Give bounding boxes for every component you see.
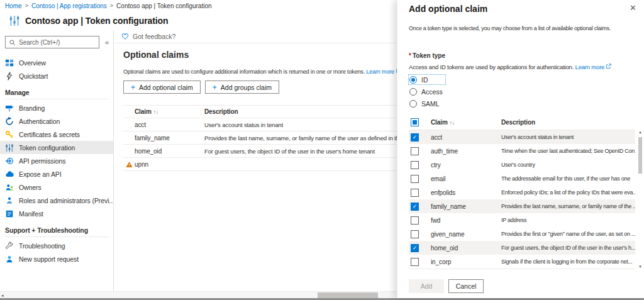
sort-icon: ↑↓ [153,109,158,115]
sidebar-item-authentication[interactable]: Authentication [0,114,113,128]
sidebar-item-overview[interactable]: Overview [0,56,113,69]
checkbox-unchecked[interactable] [411,189,419,197]
sidebar-item-owners[interactable]: Owners [0,181,113,194]
learn-more-link[interactable]: Learn more [575,64,605,70]
claim-row[interactable]: auth_time Time when the user last authen… [409,144,635,158]
radio-saml[interactable]: SAML [409,99,445,108]
branding-icon [5,104,14,113]
table-row[interactable]: family_name Provides the last name, surn… [123,131,397,145]
claim-cell: acct [135,121,204,128]
claim-column-header[interactable]: Claim↑↓ [135,108,204,115]
page-title: Contoso app | Token configuration [25,16,168,26]
api-permissions-icon [5,157,14,165]
claim-row[interactable]: family_name Provides the last name, surn… [409,199,635,213]
checkbox-checked[interactable] [411,133,419,142]
horizontal-scrollbar[interactable]: ◂ [0,291,397,298]
claim-cell: ctry [431,162,501,169]
claim-cell: family_name [431,203,501,210]
sidebar-section-support: Support + Troubleshooting [0,220,113,236]
claim-row[interactable]: email The addressable email for this use… [409,172,635,186]
checkbox-checked[interactable] [411,203,419,211]
button-label: Add groups claim [221,84,272,91]
scroll-down-arrow-icon[interactable]: ▼ [638,265,643,269]
azure-portal-screen: Home > Contoso | App registrations > Con… [0,0,644,300]
sidebar-item-api-permissions[interactable]: API permissions [0,154,113,167]
sidebar-section-manage: Manage [0,82,113,99]
panel-claims-table-header: Claim↑↓ Description [409,114,635,130]
checkbox-unchecked[interactable] [411,230,419,238]
add-optional-claim-button[interactable]: + Add optional claim [123,81,201,94]
sidebar-search-box [5,36,99,48]
radio-label: Access [421,88,443,96]
description-cell: For guest users, the object ID of the us… [501,245,635,251]
claim-row[interactable]: enfpolids Enforced policy IDs; a list of… [409,186,635,199]
sidebar-item-troubleshooting[interactable]: Troubleshooting [0,239,113,252]
panel-intro-text: Once a token type is selected, you may c… [409,25,635,31]
add-optional-claim-panel: Add optional claim ✕ Once a token type i… [397,0,644,298]
checkbox-unchecked[interactable] [411,258,419,266]
table-row[interactable]: home_oid For guest users, the object ID … [123,145,397,158]
panel-claims-list: acct User's account status in tenant aut… [409,130,635,269]
checkbox-unchecked[interactable] [411,161,419,169]
breadcrumb-app-registrations[interactable]: Contoso | App registrations [31,3,107,9]
claim-row[interactable]: given_name Provides the first or "given"… [409,227,635,241]
horizontal-scrollbar-thumb[interactable] [318,292,378,298]
titlebar: Contoso app | Token configuration [0,11,168,30]
sort-icon: ↑↓ [450,120,455,126]
search-icon [9,39,16,46]
optional-claims-description: Optional claims are used to configure ad… [123,68,397,75]
scroll-up-arrow-icon[interactable]: ▲ [638,130,643,134]
checkbox-checked[interactable] [411,244,419,252]
sidebar-item-label: Owners [19,184,42,191]
add-groups-claim-button[interactable]: + Add groups claim [205,81,279,94]
table-row[interactable]: upnn [123,158,397,171]
checkbox-unchecked[interactable] [411,216,419,225]
description-text: Optional claims are used to configure ad… [123,69,365,75]
claim-row[interactable]: fwd IP address [409,213,635,227]
divider [5,236,108,237]
sidebar-item-certificates-secrets[interactable]: Certificates & secrets [0,128,113,141]
table-row[interactable]: acct User's account status in tenant [123,118,397,131]
quickstart-icon [5,72,14,81]
learn-more-link[interactable]: Learn more [366,69,394,75]
radio-id[interactable]: ID [409,75,445,84]
sidebar-item-label: New support request [19,255,79,263]
claim-cell: given_name [431,231,501,238]
claim-column-header[interactable]: Claim↑↓ [431,119,501,126]
claim-row[interactable]: acct User's account status in tenant [409,130,635,144]
claims-table-header: Claim↑↓ Description [123,105,397,118]
sidebar-item-label: Quickstart [19,72,48,80]
sidebar-item-roles-administrators[interactable]: Roles and administrators (Previ... [0,194,113,207]
radio-access[interactable]: Access [409,87,445,96]
heart-icon [121,33,129,40]
radio-selected-icon [409,76,417,84]
claim-row[interactable]: ctry User's country [409,158,635,172]
select-all-checkbox[interactable] [411,118,419,126]
vertical-scrollbar-thumb[interactable] [638,137,642,174]
sidebar-item-quickstart[interactable]: Quickstart [0,69,113,82]
claim-row[interactable]: in_corp Signals if the client is logging… [409,255,635,269]
vertical-scrollbar[interactable]: ▲ ▼ [638,130,643,269]
sidebar-item-label: Troubleshooting [19,242,65,250]
sidebar-item-branding[interactable]: Branding [0,101,113,114]
scroll-left-arrow-icon[interactable]: ◂ [1,293,4,298]
claim-row[interactable]: home_oid For guest users, the object ID … [409,241,635,255]
description-cell: Enforced policy IDs; a list of the polic… [501,189,635,196]
claim-cell: upnn [135,161,204,168]
sidebar-item-manifest[interactable]: Manifest [0,207,113,220]
breadcrumb-separator: > [110,3,113,9]
sidebar-collapse-button[interactable]: « [103,38,111,46]
sidebar-item-expose-an-api[interactable]: Expose an API [0,167,113,181]
search-input[interactable] [19,39,96,46]
checkbox-unchecked[interactable] [411,147,419,155]
sidebar-item-token-configuration[interactable]: Token configuration [0,141,113,154]
cancel-button[interactable]: Cancel [448,279,484,293]
claim-cell: in_corp [431,258,501,265]
sidebar-item-new-support-request[interactable]: New support request [0,252,113,265]
add-button[interactable]: Add [409,279,444,293]
description-cell: User's country [501,162,635,168]
close-icon[interactable]: ✕ [630,3,636,13]
breadcrumb-home[interactable]: Home [5,3,22,9]
got-feedback-link[interactable]: Got feedback? [133,33,175,40]
checkbox-unchecked[interactable] [411,175,419,183]
